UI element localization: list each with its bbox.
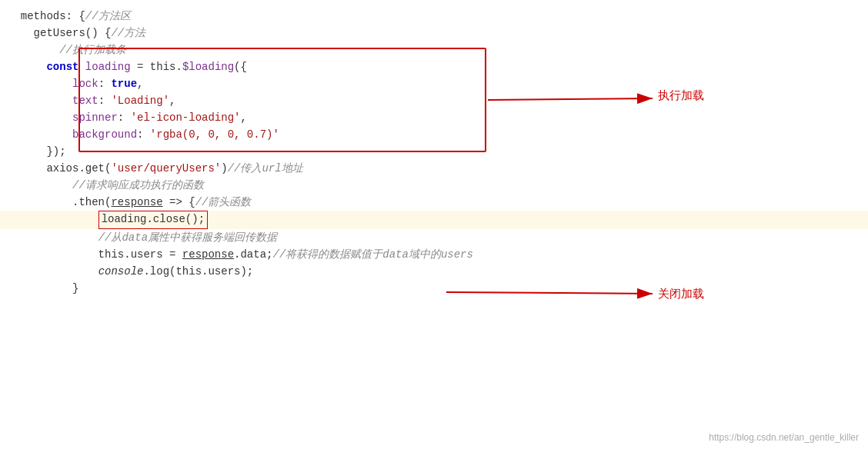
code-line-5: lock: true, [0,75,868,92]
code-line-13: loading.close(); [0,211,868,229]
watermark: https://blog.csdn.net/an_gentle_killer [709,432,859,443]
code-line-8: background: 'rgba(0, 0, 0, 0.7)' [0,126,868,143]
code-line-10: axios.get('user/queryUsers')//传入url地址 [0,160,868,177]
code-line-3: //执行加载条 [0,42,868,58]
code-line-1: methods: {//方法区 [0,8,868,25]
execute-loading-label: 执行加载 [658,88,704,103]
code-line-2: getUsers() {//方法 [0,25,868,42]
code-line-14: //从data属性中获得服务端回传数据 [0,229,868,246]
code-line-7: spinner: 'el-icon-loading', [0,109,868,126]
code-line-15: this.users = response.data;//将获得的数据赋值于da… [0,246,868,263]
code-line-17: } [0,280,868,297]
code-line-6: text: 'Loading', [0,92,868,109]
code-line-16: console.log(this.users); [0,263,868,280]
code-line-9: }); [0,143,868,160]
code-line-11: //请求响应成功执行的函数 [0,177,868,194]
code-line-12: .then(response => {//箭头函数 [0,194,868,211]
code-container: methods: {//方法区 getUsers() {//方法 //执行加载条… [0,0,868,449]
close-loading-label: 关闭加载 [658,287,704,301]
code-line-4: const loading = this.$loading({ [0,58,868,75]
